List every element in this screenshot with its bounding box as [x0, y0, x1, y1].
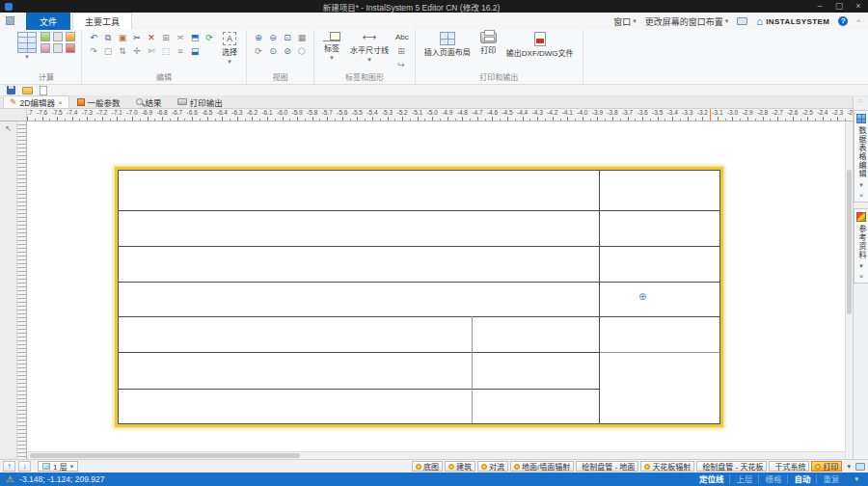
status-toggle[interactable]: 栅格	[759, 474, 788, 484]
screen-icon[interactable]	[855, 463, 865, 471]
tab-2d-editor[interactable]: ✎ 2D编辑器 ×	[3, 95, 69, 108]
layout-menu[interactable]: 更改屏幕的窗口布置▾	[645, 15, 729, 28]
undo-icon[interactable]: ↶	[88, 32, 99, 43]
arrange-icon[interactable]: ⊞	[160, 32, 172, 43]
mode-button[interactable]: 底图	[412, 461, 443, 472]
vertical-scrollbar-thumb[interactable]	[847, 170, 852, 314]
insert-table-icon[interactable]: ⊞	[395, 45, 407, 57]
layer-down-button[interactable]: ↓	[18, 461, 31, 472]
status-toggle[interactable]: 自动	[788, 474, 817, 484]
view-grid-icon[interactable]: ▦	[296, 32, 308, 43]
mode-button[interactable]: 干式系统	[769, 461, 809, 472]
monitor-icon[interactable]	[737, 17, 747, 25]
results-button[interactable]: 结果	[128, 95, 170, 108]
export-dxf-dwg-button[interactable]: 输出DXF/DWG文件	[503, 32, 577, 58]
pointer-icon[interactable]: ↖	[5, 124, 12, 133]
refresh-icon[interactable]: ⟳	[203, 32, 215, 43]
new-file-icon[interactable]	[40, 86, 47, 95]
status-toggle[interactable]: 定位线	[693, 474, 731, 484]
paste-icon[interactable]: ▣	[117, 32, 128, 43]
insert-page-layout-button[interactable]: 插入页面布局	[421, 32, 474, 57]
zoom-out-icon[interactable]: ⊖	[267, 32, 279, 43]
chevron-down-icon[interactable]: ▾	[859, 181, 863, 189]
zoom-previous-icon[interactable]: ⊙	[267, 45, 279, 57]
zoom-in-icon[interactable]: ⊕	[253, 32, 264, 43]
horizontal-scrollbar[interactable]	[27, 451, 845, 459]
mode-button[interactable]: 对流	[477, 461, 508, 472]
distribute-icon[interactable]: ≍	[175, 32, 186, 43]
curve-icon[interactable]: ↪	[395, 59, 407, 70]
chevron-down-icon[interactable]: ▾	[859, 262, 863, 270]
vertical-scrollbar[interactable]	[845, 122, 853, 459]
help-icon[interactable]: ?	[838, 16, 848, 26]
ruler-tick	[688, 117, 689, 121]
tab-main-tools[interactable]: 主要工具	[72, 13, 132, 30]
print-button[interactable]: 打印	[477, 32, 500, 55]
rectangle-icon[interactable]: ▢	[102, 45, 114, 57]
general-params-button[interactable]: 一般参数	[69, 95, 128, 108]
calculate-button[interactable]: ▾	[17, 32, 37, 61]
page-layout-icon	[440, 32, 455, 45]
copy-icon[interactable]: ⧉	[102, 32, 114, 43]
mode-button[interactable]: 建筑	[445, 461, 475, 472]
mode-button[interactable]: 绘制盘管 - 天花板	[696, 461, 767, 472]
insert-node-icon[interactable]: ✛	[131, 45, 143, 57]
results-table-icon[interactable]	[41, 32, 50, 41]
swap-icon[interactable]: ⇅	[117, 45, 128, 57]
close-icon[interactable]: ×	[859, 273, 864, 281]
settings-icon[interactable]	[53, 43, 63, 53]
open-folder-icon[interactable]	[22, 87, 33, 94]
minimize-button[interactable]: –	[810, 0, 829, 13]
cut-icon[interactable]: ✂	[131, 32, 143, 43]
mode-button[interactable]: 绘制盘管 - 地面	[576, 461, 638, 472]
dock-tab[interactable]: 数据表格编辑▾×	[854, 110, 868, 202]
warning-icon[interactable]: ⚠	[6, 474, 14, 484]
mode-button[interactable]: 打印	[811, 461, 842, 472]
title-block-table[interactable]	[118, 170, 720, 424]
status-toggle[interactable]: 上层	[730, 474, 759, 484]
label-button[interactable]: 标签 ▾	[320, 32, 343, 62]
ruler-cursor-marker	[710, 109, 711, 121]
align-icon[interactable]: ≡	[175, 45, 186, 57]
close-icon[interactable]: ×	[58, 98, 63, 107]
restore-button[interactable]: ▢	[829, 0, 849, 13]
diagnostics-icon[interactable]	[66, 32, 75, 41]
tab-file[interactable]: 文件	[26, 13, 70, 30]
data-check-icon[interactable]	[53, 32, 63, 41]
status-dropdown-icon[interactable]: ▾	[851, 475, 862, 483]
horizontal-ruler[interactable]: -7.7-7.6-7.5-7.4-7.3-7.2-7.1-7.0-6.9-6.8…	[27, 109, 853, 122]
mode-button[interactable]: 天花板辐射	[640, 461, 694, 472]
window-menu[interactable]: 窗口▾	[613, 15, 637, 28]
zoom-refresh-icon[interactable]: ⟳	[253, 45, 264, 57]
mode-button[interactable]: 地面/墙面辐射	[510, 461, 574, 472]
drawing-canvas[interactable]: ⊕	[27, 122, 845, 459]
mode-dropdown-icon[interactable]: ▾	[845, 463, 853, 471]
view-polygon-icon[interactable]: ⬡	[296, 45, 308, 57]
select-button[interactable]: A 选择 ▾	[219, 32, 240, 66]
bring-front-icon[interactable]: ⬒	[189, 32, 201, 43]
vertical-ruler[interactable]	[17, 122, 27, 459]
redo-icon[interactable]: ↷	[88, 45, 99, 57]
zoom-window-icon[interactable]: ⊘	[282, 45, 293, 57]
quick-access-icon[interactable]	[6, 16, 14, 25]
layer-up-button[interactable]: ↑	[3, 461, 15, 472]
send-back-icon[interactable]: ⬓	[189, 45, 201, 57]
options-icon[interactable]	[41, 43, 50, 53]
horizontal-dimension-button[interactable]: ⟷ 水平尺寸线 ▾	[347, 32, 392, 64]
layer-selector[interactable]: 1 层 ▾	[38, 461, 78, 472]
collapse-ribbon-icon[interactable]: ^	[856, 17, 860, 26]
zoom-extents-icon[interactable]: ⊡	[282, 32, 293, 43]
delete-icon[interactable]: ✕	[146, 32, 157, 43]
selection-box-icon[interactable]: ⬚	[160, 45, 172, 57]
close-icon[interactable]: ×	[859, 192, 864, 200]
print-output-button[interactable]: 打印输出	[170, 95, 231, 108]
status-toggle[interactable]: 重复	[817, 474, 845, 484]
save-icon[interactable]	[7, 86, 15, 94]
horizontal-scrollbar-thumb[interactable]	[30, 453, 300, 458]
text-abc-button[interactable]: Abc	[395, 32, 409, 43]
ruler-label: -2.5	[802, 109, 813, 116]
close-button[interactable]: ×	[849, 0, 868, 13]
errors-icon[interactable]	[66, 43, 75, 53]
trim-icon[interactable]: ✄	[146, 45, 157, 57]
dock-tab[interactable]: 参考资料▾×	[854, 208, 868, 284]
